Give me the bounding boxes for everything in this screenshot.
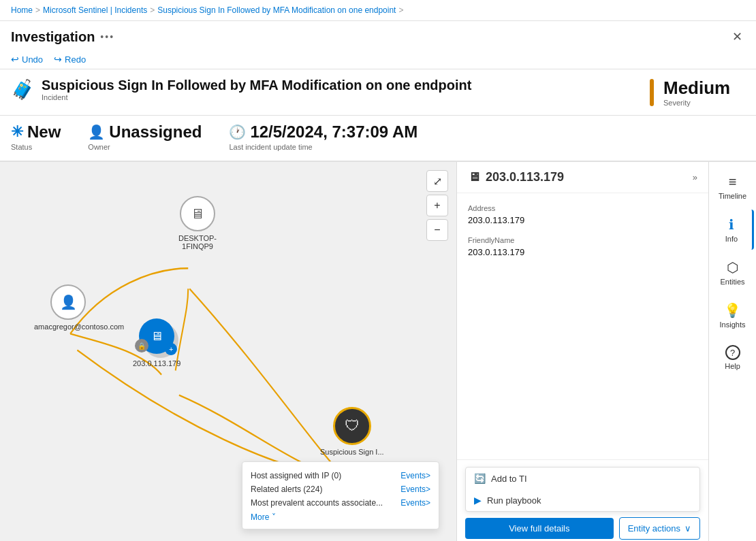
timeline-icon: ≡ — [729, 174, 737, 190]
zoom-in-button[interactable]: + — [426, 195, 448, 216]
entity-actions-button[interactable]: Entity actions ∨ — [619, 517, 700, 540]
incident-bar: 🧳 Suspicious Sign In Followed by MFA Mod… — [0, 69, 756, 116]
time-icon: 🕐 — [229, 124, 246, 140]
page-more-icon[interactable]: ••• — [100, 31, 114, 42]
status-bar: ✳ New Status 👤 Unassigned Owner 🕐 12/5/2… — [0, 116, 756, 162]
fullscreen-icon: ⤢ — [433, 175, 442, 188]
breadcrumb-incidents[interactable]: Microsoft Sentinel | Incidents — [43, 5, 147, 15]
popup-more-button[interactable]: More ˅ — [251, 512, 430, 522]
desktop-node-circle: 🖥 — [180, 196, 215, 231]
zoom-in-icon: + — [434, 199, 440, 212]
sidebar-item-insights[interactable]: 💡 Insights — [712, 295, 754, 335]
entities-icon: ⬡ — [727, 259, 738, 276]
undo-button[interactable]: ↩ Undo — [11, 54, 43, 65]
graph-controls: ⤢ + − — [426, 170, 448, 241]
user-icon: 👤 — [60, 294, 77, 310]
run-playbook-button[interactable]: ▶ Run playbook — [466, 489, 699, 511]
close-button[interactable]: ✕ — [729, 27, 745, 47]
incident-label: Incident — [42, 93, 471, 101]
info-label: Info — [725, 235, 738, 243]
header: Investigation ••• ✕ — [0, 21, 756, 47]
insights-label: Insights — [720, 321, 746, 329]
popup-row3-link[interactable]: Events> — [400, 498, 430, 508]
fullscreen-button[interactable]: ⤢ — [426, 170, 448, 192]
sidebar-item-timeline[interactable]: ≡ Timeline — [712, 167, 754, 207]
undo-label: Undo — [22, 54, 43, 65]
detail-header: 🖥 203.0.113.179 » — [457, 162, 708, 193]
detail-field1-label: Address — [468, 204, 697, 212]
incident-icon: 🧳 — [11, 78, 35, 101]
node-ip[interactable]: 🖥 + 🔒 203.0.113.179 — [133, 318, 180, 367]
node-user[interactable]: 👤 amacgregor@contoso.com — [34, 284, 102, 331]
status-icon: ✳ — [11, 123, 23, 141]
popup-chevron-icon: ˅ — [272, 512, 276, 522]
detail-footer: 🔄 Add to TI ▶ Run playbook View full det… — [457, 459, 708, 541]
sidebar-item-help[interactable]: ? Help — [712, 338, 754, 377]
time-label: Last incident update time — [229, 143, 418, 151]
redo-label: Redo — [65, 54, 86, 65]
detail-title-row: 🖥 203.0.113.179 — [468, 170, 564, 184]
severity-value: Medium — [663, 78, 730, 99]
status-label: Status — [11, 143, 61, 151]
breadcrumb-sep2: > — [150, 5, 155, 15]
popup-row-2: Related alerts (224) Events> — [251, 482, 430, 496]
view-full-details-button[interactable]: View full details — [465, 518, 614, 539]
run-playbook-label: Run playbook — [487, 495, 541, 506]
add-to-ti-icon: 🔄 — [474, 473, 486, 484]
sidebar-item-info[interactable]: ℹ Info — [712, 210, 754, 250]
timeline-label: Timeline — [719, 192, 746, 200]
node-desktop[interactable]: 🖥 DESKTOP-1FINQP9 — [163, 196, 232, 250]
toolbar: ↩ Undo ↪ Redo — [0, 50, 756, 69]
add-to-ti-button[interactable]: 🔄 Add to TI — [466, 468, 699, 489]
owner-label: Owner — [88, 143, 202, 151]
popup-row3-label: Most prevalent accounts associate... — [251, 498, 383, 508]
popup-row1-link[interactable]: Events> — [400, 471, 430, 480]
detail-field-friendlyname: FriendlyName 203.0.113.179 — [468, 236, 697, 257]
status-item-time: 🕐 12/5/2024, 7:37:09 AM Last incident up… — [229, 122, 418, 151]
popup-card: Host assigned with IP (0) Events> Relate… — [242, 461, 439, 529]
popup-row2-link[interactable]: Events> — [400, 485, 430, 494]
detail-bottom-row: View full details Entity actions ∨ — [465, 517, 700, 540]
page-title: Investigation — [11, 29, 95, 45]
sidebar-item-entities[interactable]: ⬡ Entities — [712, 252, 754, 293]
detail-body: Address 203.0.113.179 FriendlyName 203.0… — [457, 193, 708, 459]
detail-field2-label: FriendlyName — [468, 236, 697, 244]
owner-value-row: 👤 Unassigned — [88, 122, 202, 142]
graph-area: 🖥 DESKTOP-1FINQP9 👤 amacgregor@contoso.c… — [0, 162, 456, 541]
breadcrumb-current[interactable]: Suspicious Sign In Followed by MFA Modif… — [157, 5, 396, 15]
breadcrumb: Home > Microsoft Sentinel | Incidents > … — [0, 0, 756, 21]
entities-label: Entities — [720, 278, 744, 286]
severity-bar — [650, 79, 654, 106]
ip-expand-badge: + — [165, 343, 177, 355]
alert-label: Suspicious Sign I... — [320, 448, 384, 456]
add-to-ti-label: Add to TI — [491, 474, 527, 484]
node-alert[interactable]: 🛡 Suspicious Sign I... — [320, 407, 384, 456]
popup-row-3: Most prevalent accounts associate... Eve… — [251, 496, 430, 510]
help-icon: ? — [725, 345, 740, 360]
ip-icon: 🖥 — [151, 329, 163, 344]
alert-node-circle: 🛡 — [333, 407, 371, 445]
breadcrumb-sep1: > — [35, 5, 40, 15]
popup-row1-label: Host assigned with IP (0) — [251, 471, 341, 480]
status-item-owner: 👤 Unassigned Owner — [88, 122, 202, 151]
entity-actions-menu: 🔄 Add to TI ▶ Run playbook — [465, 467, 700, 512]
breadcrumb-home[interactable]: Home — [11, 5, 33, 15]
detail-title-text: 203.0.113.179 — [486, 170, 564, 184]
zoom-out-button[interactable]: − — [426, 219, 448, 241]
incident-title-section: 🧳 Suspicious Sign In Followed by MFA Mod… — [11, 78, 636, 101]
time-value-text: 12/5/2024, 7:37:09 AM — [250, 122, 418, 142]
owner-icon: 👤 — [88, 124, 105, 140]
time-value-row: 🕐 12/5/2024, 7:37:09 AM — [229, 122, 418, 142]
owner-value-text: Unassigned — [109, 122, 202, 142]
desktop-label: DESKTOP-1FINQP9 — [163, 234, 232, 250]
ip-label: 203.0.113.179 — [133, 359, 180, 367]
breadcrumb-sep3: > — [398, 5, 403, 15]
right-sidebar: ≡ Timeline ℹ Info ⬡ Entities 💡 Insights … — [708, 162, 756, 541]
entity-actions-chevron-icon: ∨ — [684, 523, 691, 534]
detail-expand-button[interactable]: » — [693, 172, 697, 182]
main-content: 🖥 DESKTOP-1FINQP9 👤 amacgregor@contoso.c… — [0, 162, 756, 541]
detail-icon: 🖥 — [468, 170, 480, 184]
detail-panel: 🖥 203.0.113.179 » Address 203.0.113.179 … — [456, 162, 708, 541]
run-playbook-icon: ▶ — [474, 495, 482, 506]
redo-button[interactable]: ↪ Redo — [54, 54, 86, 65]
